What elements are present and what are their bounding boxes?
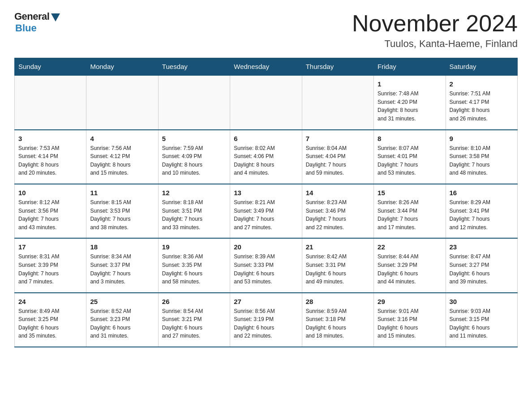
calendar-cell: 7Sunrise: 8:04 AMSunset: 4:04 PMDaylight… [302, 130, 373, 184]
calendar-cell [86, 75, 158, 129]
title-area: November 2024 Tuulos, Kanta-Haeme, Finla… [352, 11, 518, 50]
calendar-cell: 24Sunrise: 8:49 AMSunset: 3:25 PMDayligh… [15, 293, 86, 347]
logo: General Blue [14, 11, 60, 34]
day-number: 3 [18, 135, 82, 142]
calendar-cell: 17Sunrise: 8:31 AMSunset: 3:39 PMDayligh… [15, 238, 86, 292]
day-number: 1 [378, 80, 442, 88]
day-number: 8 [378, 135, 442, 142]
day-info: Sunrise: 7:56 AMSunset: 4:12 PMDaylight:… [90, 144, 154, 177]
calendar-week-row: 3Sunrise: 7:53 AMSunset: 4:14 PMDaylight… [15, 130, 518, 184]
day-number: 13 [234, 189, 298, 197]
calendar-cell: 14Sunrise: 8:23 AMSunset: 3:46 PMDayligh… [302, 184, 373, 238]
day-info: Sunrise: 8:07 AMSunset: 4:01 PMDaylight:… [378, 144, 442, 177]
calendar-cell: 12Sunrise: 8:18 AMSunset: 3:51 PMDayligh… [158, 184, 230, 238]
day-info: Sunrise: 8:39 AMSunset: 3:33 PMDaylight:… [234, 253, 298, 286]
day-info: Sunrise: 7:48 AMSunset: 4:20 PMDaylight:… [378, 90, 442, 123]
day-info: Sunrise: 8:49 AMSunset: 3:25 PMDaylight:… [18, 307, 82, 340]
day-number: 21 [306, 243, 370, 251]
day-info: Sunrise: 8:34 AMSunset: 3:37 PMDaylight:… [90, 253, 154, 286]
weekday-header-monday: Monday [86, 58, 158, 76]
calendar-cell: 15Sunrise: 8:26 AMSunset: 3:44 PMDayligh… [374, 184, 446, 238]
day-info: Sunrise: 8:31 AMSunset: 3:39 PMDaylight:… [18, 253, 82, 286]
calendar-cell [158, 75, 230, 129]
calendar-cell [230, 75, 302, 129]
day-info: Sunrise: 8:21 AMSunset: 3:49 PMDaylight:… [234, 198, 298, 231]
calendar-cell: 1Sunrise: 7:48 AMSunset: 4:20 PMDaylight… [374, 75, 446, 129]
day-info: Sunrise: 8:44 AMSunset: 3:29 PMDaylight:… [378, 253, 442, 286]
calendar-cell: 3Sunrise: 7:53 AMSunset: 4:14 PMDaylight… [15, 130, 86, 184]
day-number: 11 [90, 189, 154, 197]
calendar-cell: 5Sunrise: 7:59 AMSunset: 4:09 PMDaylight… [158, 130, 230, 184]
day-number: 16 [450, 189, 514, 197]
day-info: Sunrise: 9:01 AMSunset: 3:16 PMDaylight:… [378, 307, 442, 340]
day-number: 9 [450, 135, 514, 142]
calendar-cell: 21Sunrise: 8:42 AMSunset: 3:31 PMDayligh… [302, 238, 373, 292]
day-info: Sunrise: 8:26 AMSunset: 3:44 PMDaylight:… [378, 198, 442, 231]
day-info: Sunrise: 9:03 AMSunset: 3:15 PMDaylight:… [450, 307, 514, 340]
day-info: Sunrise: 8:15 AMSunset: 3:53 PMDaylight:… [90, 198, 154, 231]
calendar-header-row: SundayMondayTuesdayWednesdayThursdayFrid… [15, 58, 518, 76]
location-title: Tuulos, Kanta-Haeme, Finland [352, 38, 518, 50]
weekday-header-saturday: Saturday [446, 58, 517, 76]
day-info: Sunrise: 8:59 AMSunset: 3:18 PMDaylight:… [306, 307, 370, 340]
day-number: 19 [162, 243, 226, 251]
day-number: 4 [90, 135, 154, 142]
calendar-cell: 2Sunrise: 7:51 AMSunset: 4:17 PMDaylight… [446, 75, 517, 129]
logo-blue-text: Blue [15, 22, 37, 34]
logo-arrow-icon [51, 13, 60, 21]
day-info: Sunrise: 7:59 AMSunset: 4:09 PMDaylight:… [162, 144, 226, 177]
calendar-week-row: 24Sunrise: 8:49 AMSunset: 3:25 PMDayligh… [15, 293, 518, 347]
day-number: 28 [306, 298, 370, 305]
calendar-cell: 27Sunrise: 8:56 AMSunset: 3:19 PMDayligh… [230, 293, 302, 347]
day-number: 5 [162, 135, 226, 142]
day-number: 24 [18, 298, 82, 305]
calendar-cell: 10Sunrise: 8:12 AMSunset: 3:56 PMDayligh… [15, 184, 86, 238]
day-info: Sunrise: 8:04 AMSunset: 4:04 PMDaylight:… [306, 144, 370, 177]
weekday-header-wednesday: Wednesday [230, 58, 302, 76]
day-number: 18 [90, 243, 154, 251]
calendar-cell: 16Sunrise: 8:29 AMSunset: 3:41 PMDayligh… [446, 184, 517, 238]
day-number: 2 [450, 80, 514, 88]
calendar-cell: 18Sunrise: 8:34 AMSunset: 3:37 PMDayligh… [86, 238, 158, 292]
calendar-cell [15, 75, 86, 129]
calendar-cell: 6Sunrise: 8:02 AMSunset: 4:06 PMDaylight… [230, 130, 302, 184]
calendar-cell: 19Sunrise: 8:36 AMSunset: 3:35 PMDayligh… [158, 238, 230, 292]
day-info: Sunrise: 8:18 AMSunset: 3:51 PMDaylight:… [162, 198, 226, 231]
page-header: General Blue November 2024 Tuulos, Kanta… [14, 11, 518, 50]
day-info: Sunrise: 8:47 AMSunset: 3:27 PMDaylight:… [450, 253, 514, 286]
calendar-cell: 13Sunrise: 8:21 AMSunset: 3:49 PMDayligh… [230, 184, 302, 238]
calendar-cell: 28Sunrise: 8:59 AMSunset: 3:18 PMDayligh… [302, 293, 373, 347]
month-title: November 2024 [352, 11, 518, 36]
calendar-cell: 22Sunrise: 8:44 AMSunset: 3:29 PMDayligh… [374, 238, 446, 292]
day-number: 23 [450, 243, 514, 251]
calendar-cell: 9Sunrise: 8:10 AMSunset: 3:58 PMDaylight… [446, 130, 517, 184]
day-info: Sunrise: 8:23 AMSunset: 3:46 PMDaylight:… [306, 198, 370, 231]
weekday-header-friday: Friday [374, 58, 446, 76]
calendar-cell [302, 75, 373, 129]
calendar-cell: 29Sunrise: 9:01 AMSunset: 3:16 PMDayligh… [374, 293, 446, 347]
weekday-header-thursday: Thursday [302, 58, 373, 76]
day-number: 15 [378, 189, 442, 197]
day-number: 26 [162, 298, 226, 305]
day-number: 27 [234, 298, 298, 305]
day-info: Sunrise: 8:10 AMSunset: 3:58 PMDaylight:… [450, 144, 514, 177]
calendar-cell: 30Sunrise: 9:03 AMSunset: 3:15 PMDayligh… [446, 293, 517, 347]
day-info: Sunrise: 7:51 AMSunset: 4:17 PMDaylight:… [450, 90, 514, 123]
day-number: 12 [162, 189, 226, 197]
calendar-cell: 20Sunrise: 8:39 AMSunset: 3:33 PMDayligh… [230, 238, 302, 292]
calendar-week-row: 10Sunrise: 8:12 AMSunset: 3:56 PMDayligh… [15, 184, 518, 238]
day-number: 6 [234, 135, 298, 142]
calendar-cell: 11Sunrise: 8:15 AMSunset: 3:53 PMDayligh… [86, 184, 158, 238]
day-number: 10 [18, 189, 82, 197]
calendar-week-row: 17Sunrise: 8:31 AMSunset: 3:39 PMDayligh… [15, 238, 518, 292]
day-info: Sunrise: 8:42 AMSunset: 3:31 PMDaylight:… [306, 253, 370, 286]
day-number: 25 [90, 298, 154, 305]
calendar-week-row: 1Sunrise: 7:48 AMSunset: 4:20 PMDaylight… [15, 75, 518, 129]
day-number: 20 [234, 243, 298, 251]
weekday-header-sunday: Sunday [15, 58, 86, 76]
calendar-cell: 8Sunrise: 8:07 AMSunset: 4:01 PMDaylight… [374, 130, 446, 184]
logo-general-text: General [14, 11, 49, 22]
calendar-cell: 23Sunrise: 8:47 AMSunset: 3:27 PMDayligh… [446, 238, 517, 292]
day-info: Sunrise: 8:52 AMSunset: 3:23 PMDaylight:… [90, 307, 154, 340]
weekday-header-tuesday: Tuesday [158, 58, 230, 76]
